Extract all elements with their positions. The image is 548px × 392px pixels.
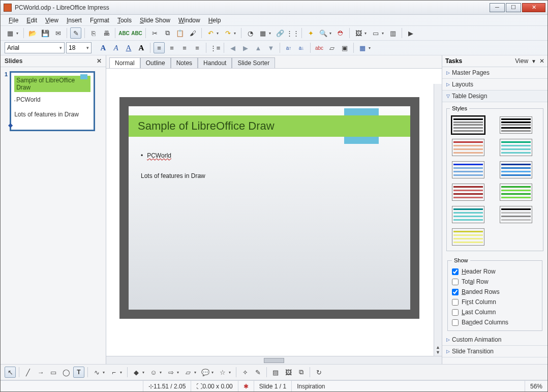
dropdown-icon[interactable]: ▾	[369, 46, 373, 50]
menu-insert[interactable]: Insert	[64, 16, 85, 25]
slide-icon[interactable]: ▭	[370, 27, 381, 39]
section-layouts[interactable]: ▷Layouts	[442, 79, 547, 91]
align-left-icon[interactable]: ≡	[154, 42, 165, 53]
slide-title[interactable]: Sample of LibreOffice Draw	[129, 115, 410, 137]
spellcheck-icon[interactable]: ABC	[118, 27, 130, 39]
export-pdf-icon[interactable]: ⎘	[88, 27, 99, 39]
slide-body[interactable]: Lots of features in Draw	[141, 172, 398, 179]
para-dialog-icon[interactable]: ▦	[357, 42, 368, 53]
select-icon[interactable]: ↖	[5, 367, 16, 378]
glue-icon[interactable]: ✎	[252, 367, 263, 378]
align-center-icon[interactable]: ≡	[166, 42, 177, 53]
table-style[interactable]	[452, 139, 484, 156]
slide-canvas[interactable]: Sample of LibreOffice Draw •PCWorld Lots…	[106, 69, 442, 364]
check-banded-columns[interactable]: Banded Columns	[452, 317, 538, 327]
brush-icon[interactable]: 🖌	[187, 27, 198, 39]
maximize-button[interactable]: ☐	[506, 3, 521, 12]
font-size-combo[interactable]: 18▾	[66, 42, 92, 53]
dropdown-icon[interactable]: ▾	[329, 31, 333, 36]
grid-icon[interactable]: ⋮⋮	[287, 27, 298, 39]
dropdown-icon[interactable]: ▾	[211, 370, 216, 375]
from-file-icon[interactable]: 🖼	[283, 367, 294, 378]
presentation-icon[interactable]: ▶	[405, 27, 416, 39]
navigator-icon[interactable]: ✦	[305, 27, 316, 39]
flowchart-icon[interactable]: ▱	[182, 367, 194, 378]
menu-file[interactable]: File	[6, 16, 21, 25]
table-style[interactable]	[500, 139, 532, 156]
hyperlink-icon[interactable]: 🔗	[275, 27, 286, 39]
font-name-combo[interactable]: Arial▾	[5, 42, 65, 53]
rotate-icon[interactable]: ↻	[313, 367, 324, 378]
close-icon[interactable]: ✕	[539, 57, 544, 65]
new-icon[interactable]: ▦	[5, 27, 16, 39]
dropdown-icon[interactable]: ▾	[194, 370, 198, 375]
close-icon[interactable]: ✕	[97, 57, 102, 65]
line-icon[interactable]: ╱	[22, 367, 34, 378]
menu-format[interactable]: Format	[87, 16, 112, 25]
layout-icon[interactable]: ▥	[387, 27, 399, 39]
mail-icon[interactable]: ✉	[52, 27, 64, 39]
horizontal-scrollbar[interactable]	[106, 356, 442, 364]
dropdown-icon[interactable]: ▾	[160, 370, 164, 375]
section-slide-transition[interactable]: ▷Slide Transition	[442, 346, 547, 357]
dropdown-icon[interactable]: ▾	[364, 31, 369, 36]
bullets-icon[interactable]: ⋮≡	[209, 42, 221, 53]
dropdown-icon[interactable]: ▾	[103, 370, 107, 375]
dropdown-icon[interactable]: ▾	[177, 370, 181, 375]
align-right-icon[interactable]: ≡	[179, 42, 190, 53]
dropdown-icon[interactable]: ▾	[269, 31, 273, 36]
check-total-row[interactable]: Total Row	[452, 277, 538, 287]
table-style[interactable]	[452, 206, 484, 223]
minimize-button[interactable]: ─	[490, 3, 505, 12]
gallery-icon[interactable]: 🖼	[353, 27, 364, 39]
demote-icon[interactable]: ▶	[240, 42, 251, 53]
slide-bullet[interactable]: PCWorld	[147, 152, 171, 159]
section-table-design[interactable]: ▽Table Design	[442, 91, 547, 102]
edit-icon[interactable]: ✎	[70, 27, 81, 39]
tasks-view-menu[interactable]: View	[515, 57, 528, 65]
char-dialog-icon[interactable]: ▣	[339, 42, 350, 53]
block-arrows-icon[interactable]: ⇨	[165, 367, 176, 378]
table-style[interactable]	[452, 184, 484, 201]
rectangle-icon[interactable]: ▭	[48, 367, 59, 378]
tab-notes[interactable]: Notes	[171, 57, 198, 68]
chart-icon[interactable]: ◔	[245, 27, 256, 39]
cut-icon[interactable]: ✂	[149, 27, 160, 39]
menu-window[interactable]: Window	[175, 16, 203, 25]
move-down-icon[interactable]: ▼	[265, 42, 277, 53]
zoom-icon[interactable]: 🔍	[318, 27, 329, 39]
italic-icon[interactable]: A	[110, 42, 121, 53]
highlight-icon[interactable]: ▱	[326, 42, 338, 53]
basic-shapes-icon[interactable]: ◆	[131, 367, 142, 378]
align-justify-icon[interactable]: ≡	[192, 42, 203, 53]
table-style[interactable]	[500, 184, 532, 201]
dropdown-icon[interactable]: ▾	[142, 370, 146, 375]
font-color-icon[interactable]: abc	[314, 42, 325, 53]
check-last-column[interactable]: Last Column	[452, 307, 538, 317]
dropdown-icon[interactable]: ▼	[531, 58, 536, 64]
decrease-font-icon[interactable]: a↓	[296, 42, 307, 53]
move-up-icon[interactable]: ▲	[253, 42, 264, 53]
check-banded-rows[interactable]: Banded Rows	[452, 287, 538, 297]
menu-slideshow[interactable]: Slide Show	[137, 16, 173, 25]
arrow-icon[interactable]: →	[35, 367, 46, 378]
dropdown-icon[interactable]: ▾	[217, 31, 221, 36]
increase-font-icon[interactable]: a↑	[283, 42, 294, 53]
menu-view[interactable]: View	[42, 16, 62, 25]
table-style[interactable]	[452, 228, 484, 246]
tab-slide-sorter[interactable]: Slide Sorter	[232, 57, 275, 68]
table-style[interactable]	[452, 161, 484, 178]
slide-thumbnail[interactable]: Sample of LibreOffice Draw • PCWorld Lot…	[10, 71, 95, 131]
section-custom-animation[interactable]: ▷Custom Animation	[442, 334, 547, 346]
open-icon[interactable]: 📂	[27, 27, 38, 39]
ellipse-icon[interactable]: ◯	[60, 367, 72, 378]
paste-icon[interactable]: 📋	[174, 27, 186, 39]
bold-icon[interactable]: A	[98, 42, 109, 53]
symbol-shapes-icon[interactable]: ☺	[148, 367, 159, 378]
table-style[interactable]	[452, 116, 484, 134]
dropdown-icon[interactable]: ▾	[16, 31, 20, 36]
gallery2-icon[interactable]: ⧉	[295, 367, 307, 378]
table-style[interactable]	[500, 206, 532, 223]
autospell-icon[interactable]: ABC	[131, 27, 142, 39]
table-style[interactable]	[500, 161, 532, 178]
